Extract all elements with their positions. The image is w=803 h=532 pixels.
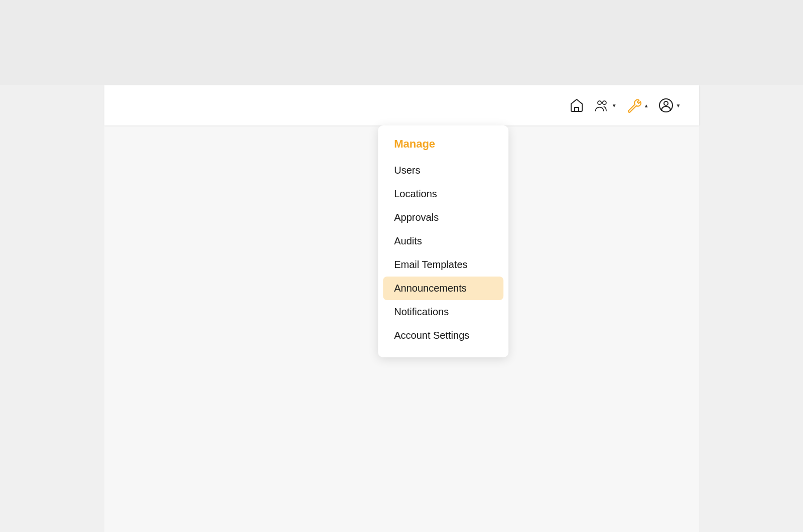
dropdown-item-locations[interactable]: Locations (378, 182, 508, 206)
dropdown-item-notifications[interactable]: Notifications (378, 300, 508, 324)
top-gray-area (0, 0, 803, 85)
wrench-icon (626, 97, 642, 113)
dropdown-item-announcements[interactable]: Announcements (383, 277, 503, 300)
manage-chevron-icon: ▲ (644, 103, 649, 108)
home-icon (569, 97, 585, 113)
svg-point-0 (598, 101, 601, 104)
users-icon (594, 97, 610, 113)
users-chevron-icon: ▼ (612, 103, 617, 108)
nav-icons: ▼ ▲ ▼ (566, 93, 684, 117)
home-nav-button[interactable] (566, 93, 588, 117)
account-chevron-icon: ▼ (676, 103, 681, 108)
dropdown-section-title: Manage (378, 138, 508, 159)
navbar: ▼ ▲ ▼ (104, 85, 699, 125)
account-icon (658, 97, 674, 113)
account-nav-button[interactable]: ▼ (655, 93, 684, 117)
dropdown-item-account-settings[interactable]: Account Settings (378, 324, 508, 347)
dropdown-item-email-templates[interactable]: Email Templates (378, 253, 508, 277)
dropdown-item-users[interactable]: Users (378, 159, 508, 182)
dropdown-menu-container: Manage Users Locations Approvals Audits … (378, 125, 508, 357)
manage-dropdown: Manage Users Locations Approvals Audits … (378, 125, 508, 357)
users-nav-button[interactable]: ▼ (591, 93, 620, 117)
dropdown-item-audits[interactable]: Audits (378, 229, 508, 253)
dropdown-item-approvals[interactable]: Approvals (378, 206, 508, 229)
svg-point-1 (603, 101, 606, 104)
manage-nav-button[interactable]: ▲ (623, 93, 652, 117)
svg-point-3 (664, 101, 668, 105)
